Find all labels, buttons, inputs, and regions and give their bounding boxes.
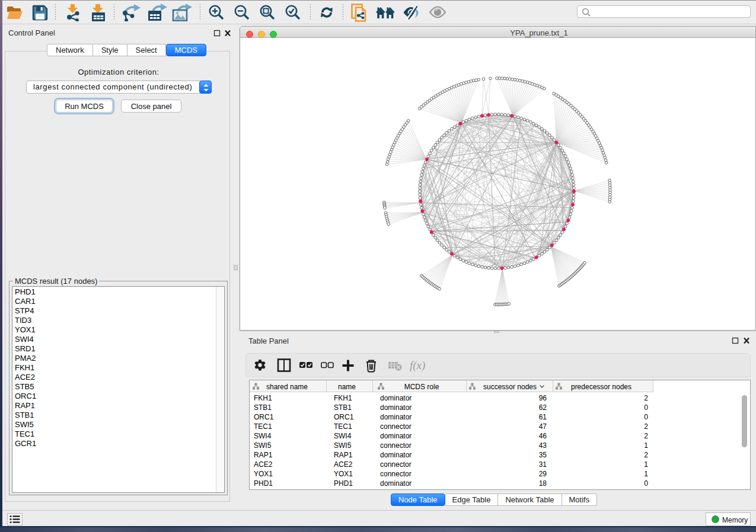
svg-text:f(x): f(x) [410, 359, 425, 372]
